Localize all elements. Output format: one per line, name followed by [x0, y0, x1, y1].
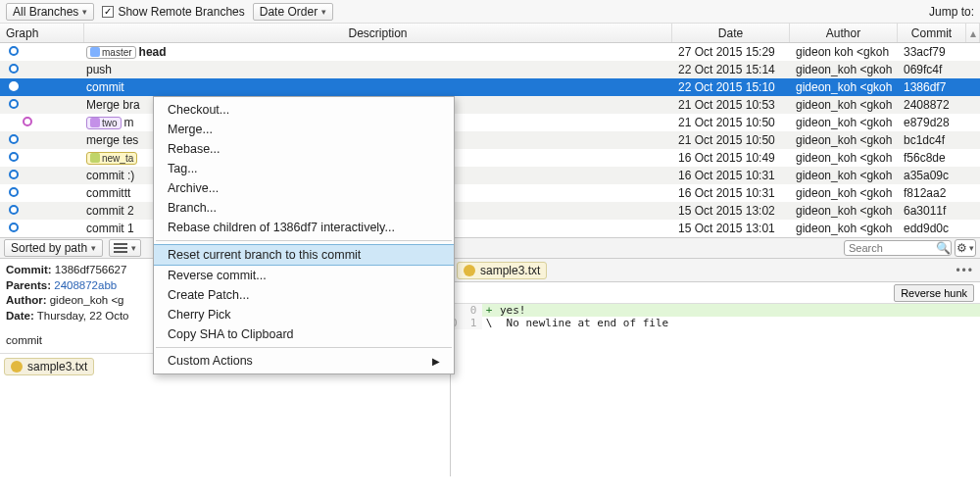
menu-item-copy-sha[interactable]: Copy SHA to Clipboard	[154, 324, 454, 344]
table-row[interactable]: push 22 Oct 2015 15:14 gideon_koh <gkoh …	[0, 61, 980, 78]
diff-line-added: 0 + yes!	[451, 304, 980, 317]
chevron-down-icon: ▾	[131, 243, 136, 253]
table-row[interactable]: merge tes 21 Oct 2015 10:50 gideon_koh <…	[0, 131, 980, 149]
chevron-down-icon: ▾	[91, 243, 96, 253]
menu-item-rebase[interactable]: Rebase...	[154, 139, 454, 159]
modified-file-icon	[464, 265, 475, 276]
commit-hash: 2408872	[898, 98, 966, 112]
menu-item-rebase-children[interactable]: Rebase children of 1386df7 interactively…	[154, 218, 454, 237]
table-row[interactable]: commit 1 15 Oct 2015 13:01 gideon_koh <g…	[0, 220, 980, 237]
meta-author-label: Author:	[6, 294, 47, 306]
menu-item-tag[interactable]: Tag...	[154, 159, 454, 178]
menu-item-reset-branch[interactable]: Reset current branch to this commit	[154, 244, 454, 266]
commit-author: gideon_koh <gkoh	[790, 63, 898, 76]
checkbox-checked-icon: ✓	[102, 6, 114, 18]
commit-description: commit 2	[86, 204, 134, 218]
col-description-header[interactable]: Description	[84, 24, 672, 42]
table-row[interactable]: two m 21 Oct 2015 10:50 gideon_koh <gkoh…	[0, 114, 980, 131]
menu-item-custom-actions[interactable]: Custom Actions ▶	[154, 351, 454, 371]
scroll-up-icon[interactable]: ▴	[966, 24, 980, 42]
commit-date: 16 Oct 2015 10:49	[672, 151, 790, 165]
tag-badge: new_ta	[86, 152, 137, 165]
detail-panes: Commit: 1386df756627 Parents: 2408872abb…	[0, 259, 980, 476]
commit-date: 21 Oct 2015 10:50	[672, 133, 790, 147]
menu-separator	[156, 347, 452, 348]
commit-description: Merge bra	[86, 98, 140, 112]
jump-to-label: Jump to:	[929, 5, 974, 19]
search-icon: 🔍	[936, 241, 951, 255]
menu-item-checkout[interactable]: Checkout...	[154, 100, 454, 120]
diff-body: 0 + yes! 0 1 \ No newline at end of file	[451, 304, 980, 329]
commit-date: 22 Oct 2015 15:14	[672, 63, 790, 76]
more-options-button[interactable]: •••	[956, 264, 974, 277]
diff-file-name: sample3.txt	[480, 264, 540, 277]
show-remote-checkbox[interactable]: ✓ Show Remote Branches	[102, 5, 244, 19]
commit-description: merge tes	[86, 133, 138, 147]
table-row[interactable]: master head 27 Oct 2015 15:29 gideon koh…	[0, 43, 980, 61]
commit-hash: 33acf79	[898, 45, 966, 59]
meta-parents-link[interactable]: 2408872abb	[54, 279, 117, 291]
diff-subheader: Reverse hunk	[451, 282, 980, 304]
diff-line-mark: +	[482, 304, 496, 317]
commit-description: push	[86, 63, 112, 76]
settings-button[interactable]: ⚙▾	[955, 239, 976, 257]
commit-hash: bc1dc4f	[898, 133, 966, 147]
list-view-toggle[interactable]: ▾	[109, 239, 141, 257]
branch-badge: two	[86, 117, 122, 129]
menu-item-cherry-pick[interactable]: Cherry Pick	[154, 305, 454, 324]
commit-date: 21 Oct 2015 10:50	[672, 116, 790, 129]
commit-author: gideon_koh <gkoh	[790, 222, 898, 235]
table-row[interactable]: new_ta 16 Oct 2015 10:49 gideon_koh <gko…	[0, 149, 980, 167]
table-row[interactable]: commit 2 15 Oct 2015 13:02 gideon_koh <g…	[0, 202, 980, 220]
branch-filter-dropdown[interactable]: All Branches ▾	[6, 3, 94, 21]
commit-description: commit :)	[86, 169, 134, 182]
diff-line-text: yes!	[496, 304, 980, 317]
commit-date: 22 Oct 2015 15:10	[672, 80, 790, 94]
detail-toolbar: Sorted by path ▾ ▾ 🔍 ⚙▾	[0, 237, 980, 259]
menu-item-create-patch[interactable]: Create Patch...	[154, 285, 454, 305]
commit-hash: 069fc4f	[898, 63, 966, 76]
master-branch-badge: master	[86, 46, 136, 59]
table-row[interactable]: committt 16 Oct 2015 10:31 gideon_koh <g…	[0, 184, 980, 202]
diff-file-badge: sample3.txt	[457, 262, 547, 279]
show-remote-label: Show Remote Branches	[118, 5, 244, 19]
table-row[interactable]: commit 22 Oct 2015 15:10 gideon_koh <gko…	[0, 78, 980, 96]
sort-label: Sorted by path	[11, 241, 87, 255]
col-date-header[interactable]: Date	[672, 24, 790, 42]
commit-author: gideon_koh <gkoh	[790, 204, 898, 218]
commit-description: commit 1	[86, 222, 134, 235]
diff-line-number: 0	[451, 304, 482, 317]
chevron-down-icon: ▾	[969, 243, 974, 253]
col-commit-header[interactable]: Commit	[898, 24, 966, 42]
col-graph-header[interactable]: Graph	[0, 24, 84, 42]
order-filter-dropdown[interactable]: Date Order ▾	[253, 3, 333, 21]
commit-author: gideon_koh <gkoh	[790, 80, 898, 94]
commit-hash: edd9d0c	[898, 222, 966, 235]
menu-item-archive[interactable]: Archive...	[154, 178, 454, 198]
commit-hash: e879d28	[898, 116, 966, 129]
menu-item-merge[interactable]: Merge...	[154, 120, 454, 139]
commit-author: gideon_koh <gkoh	[790, 116, 898, 129]
chevron-down-icon: ▾	[321, 7, 326, 17]
commit-date: 15 Oct 2015 13:01	[672, 222, 790, 235]
changed-file-item[interactable]: sample3.txt	[4, 358, 94, 375]
commit-context-menu: Checkout... Merge... Rebase... Tag... Ar…	[153, 96, 455, 374]
branch-icon	[90, 118, 100, 127]
commit-author: gideon_koh <gkoh	[790, 98, 898, 112]
diff-pane: sample3.txt ••• Reverse hunk 0 + yes! 0 …	[451, 259, 980, 476]
commit-author: gideon_koh <gkoh	[790, 133, 898, 147]
commit-date: 21 Oct 2015 10:53	[672, 98, 790, 112]
commit-author: gideon_koh <gkoh	[790, 169, 898, 182]
meta-date-label: Date:	[6, 310, 34, 322]
commit-date: 15 Oct 2015 13:02	[672, 204, 790, 218]
table-row[interactable]: Merge bra 21 Oct 2015 10:53 gideon_koh <…	[0, 96, 980, 114]
reverse-hunk-button[interactable]: Reverse hunk	[894, 284, 974, 302]
col-author-header[interactable]: Author	[790, 24, 898, 42]
menu-item-reverse-commit[interactable]: Reverse commit...	[154, 266, 454, 285]
table-row[interactable]: commit :) 16 Oct 2015 10:31 gideon_koh <…	[0, 167, 980, 184]
list-icon	[114, 243, 127, 254]
sort-dropdown[interactable]: Sorted by path ▾	[4, 239, 103, 257]
modified-file-icon	[11, 361, 23, 373]
menu-item-branch[interactable]: Branch...	[154, 198, 454, 218]
commit-author: gideon_koh <gkoh	[790, 186, 898, 200]
